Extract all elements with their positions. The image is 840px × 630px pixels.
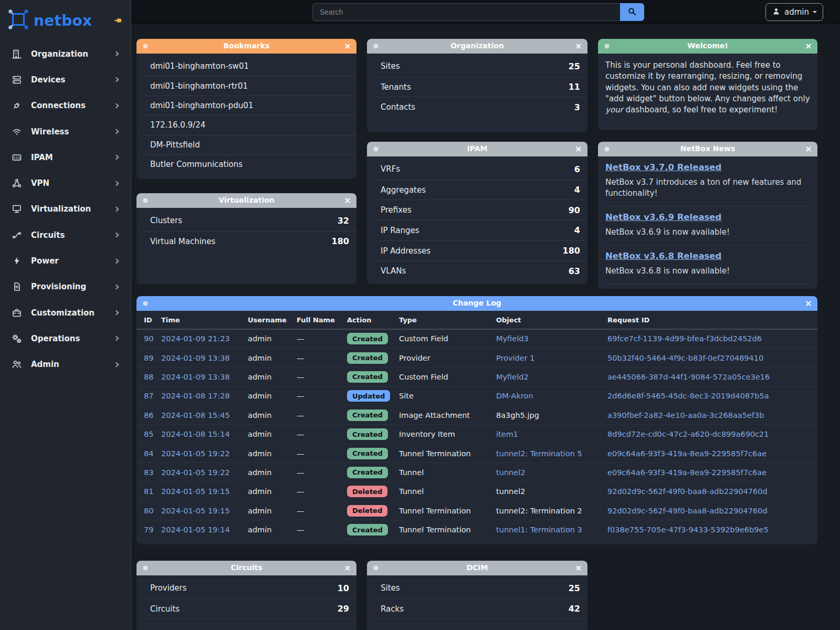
stat-row[interactable]: Tenants11 <box>373 77 587 97</box>
changelog-id-link[interactable]: 80 <box>144 507 153 515</box>
changelog-id-link[interactable]: 84 <box>144 449 153 458</box>
changelog-time-link[interactable]: 2024-01-05 19:14 <box>161 526 230 534</box>
changelog-id-link[interactable]: 79 <box>144 526 153 534</box>
widget-close-icon[interactable] <box>344 197 351 204</box>
changelog-id-link[interactable]: 89 <box>144 354 153 362</box>
changelog-time-link[interactable]: 2024-01-05 19:22 <box>161 468 230 477</box>
changelog-request-id-link[interactable]: a390fbef-2a82-4e10-aa0a-3c268aa5ef3b <box>607 411 764 419</box>
sidebar-item-ipam[interactable]: 123IPAM <box>0 144 131 170</box>
changelog-request-id-link[interactable]: f038e755-705e-47f3-9433-5392b9e6b9e5 <box>607 526 769 534</box>
changelog-object-link[interactable]: item1 <box>496 430 518 438</box>
changelog-object-link[interactable]: Myfield2 <box>496 373 529 381</box>
changelog-time-link[interactable]: 2024-01-08 15:14 <box>161 430 230 438</box>
changelog-object-link[interactable]: tunnel2: Termination 5 <box>496 449 582 458</box>
widget-config-icon[interactable] <box>142 197 149 204</box>
news-headline-link[interactable]: NetBox v3.6.8 Released <box>605 251 721 261</box>
sidebar-item-organization[interactable]: Organization <box>0 41 131 67</box>
changelog-object-link[interactable]: Provider 1 <box>496 354 535 362</box>
widget-config-icon[interactable] <box>142 564 149 572</box>
stat-row[interactable]: Racks42 <box>373 598 587 619</box>
bookmark-item[interactable]: 172.16.0.9/24 <box>143 115 356 134</box>
changelog-request-id-link[interactable]: 69fce7cf-1139-4d99-bfea-f3dcbd2452d6 <box>607 334 762 343</box>
widget-close-icon[interactable] <box>805 145 812 153</box>
sidebar-item-admin[interactable]: Admin <box>0 352 131 377</box>
changelog-object-link[interactable]: tunnel1: Termination 3 <box>496 526 582 534</box>
user-menu-button[interactable]: admin <box>765 3 823 21</box>
bookmark-item[interactable]: Butler Communications <box>143 154 356 174</box>
widget-close-icon[interactable] <box>344 564 351 572</box>
stat-row[interactable]: Contacts3 <box>373 97 587 117</box>
changelog-time-link[interactable]: 2024-01-09 13:38 <box>161 373 230 381</box>
changelog-id-link[interactable]: 85 <box>144 430 153 438</box>
sidebar-item-virtualization[interactable]: Virtualization <box>0 196 131 222</box>
stat-row[interactable]: Virtual Machines180 <box>143 231 356 251</box>
changelog-time-link[interactable]: 2024-01-09 13:38 <box>161 354 230 362</box>
changelog-time-link[interactable]: 2024-01-09 21:23 <box>161 334 230 343</box>
changelog-request-id-link[interactable]: 92d02d9c-562f-49f0-baa8-adb22904760d <box>607 507 768 515</box>
widget-close-icon[interactable] <box>344 43 351 50</box>
bookmark-item[interactable]: dmi01-binghamton-pdu01 <box>143 96 356 115</box>
changelog-id-link[interactable]: 81 <box>144 487 153 496</box>
stat-row[interactable]: VRFs6 <box>373 159 587 180</box>
stat-row[interactable]: VLANs63 <box>373 260 587 281</box>
search-input[interactable] <box>312 3 620 21</box>
widget-close-icon[interactable] <box>805 43 812 50</box>
sidebar-item-customization[interactable]: Customization <box>0 300 131 326</box>
search-button[interactable] <box>620 3 644 21</box>
widget-config-icon[interactable] <box>372 145 380 153</box>
sidebar-item-power[interactable]: Power <box>0 248 131 274</box>
changelog-request-id-link[interactable]: 92d02d9c-562f-49f0-baa8-adb22904760d <box>607 487 768 496</box>
changelog-object-link[interactable]: tunnel2 <box>496 468 525 477</box>
widget-config-icon[interactable] <box>372 564 380 572</box>
changelog-time-link[interactable]: 2024-01-08 15:45 <box>161 411 230 419</box>
stat-row[interactable]: IP Ranges4 <box>373 220 587 240</box>
changelog-request-id-link[interactable]: 2d6d6e8f-5465-45dc-8ec3-2019d4087b5a <box>607 392 769 400</box>
changelog-time-link[interactable]: 2024-01-05 19:15 <box>161 507 230 515</box>
changelog-id-link[interactable]: 88 <box>144 373 153 381</box>
widget-config-icon[interactable] <box>603 43 611 50</box>
widget-config-icon[interactable] <box>142 43 149 50</box>
changelog-time-link[interactable]: 2024-01-05 19:15 <box>161 487 230 496</box>
changelog-id-link[interactable]: 86 <box>144 411 153 419</box>
widget-close-icon[interactable] <box>575 43 582 50</box>
changelog-id-link[interactable]: 90 <box>144 334 153 343</box>
changelog-time-link[interactable]: 2024-01-08 17:28 <box>161 392 230 400</box>
sidebar-item-operations[interactable]: Operations <box>0 326 131 351</box>
changelog-request-id-link[interactable]: e09c64a6-93f3-419a-8ea9-229585f7c6ae <box>607 468 766 477</box>
changelog-request-id-link[interactable]: ae445066-387d-44f1-9084-572a05ce3e16 <box>607 373 770 381</box>
widget-close-icon[interactable] <box>575 564 582 572</box>
stat-row[interactable]: Sites25 <box>373 56 587 77</box>
stat-row[interactable]: IP Addresses180 <box>373 240 587 261</box>
changelog-request-id-link[interactable]: e09c64a6-93f3-419a-8ea9-229585f7c6ae <box>607 449 766 458</box>
changelog-request-id-link[interactable]: 50b32f40-5464-4f9c-b83f-0ef270489410 <box>607 354 763 362</box>
news-headline-link[interactable]: NetBox v3.6.9 Released <box>605 212 721 222</box>
widget-close-icon[interactable] <box>805 300 812 307</box>
bookmark-item[interactable]: DM-Pittsfield <box>143 135 356 154</box>
netbox-logo[interactable]: netbox <box>0 0 131 41</box>
stat-row[interactable]: Circuits29 <box>143 598 356 619</box>
stat-row[interactable]: Sites25 <box>373 578 587 598</box>
sidebar-pin-icon[interactable] <box>113 15 123 28</box>
changelog-id-link[interactable]: 83 <box>144 468 153 477</box>
sidebar-item-circuits[interactable]: Circuits <box>0 222 131 248</box>
widget-config-icon[interactable] <box>372 43 380 50</box>
sidebar-item-provisioning[interactable]: Provisioning <box>0 274 131 300</box>
stat-row[interactable]: Clusters32 <box>143 211 356 231</box>
stat-row[interactable]: Prefixes90 <box>373 200 587 220</box>
changelog-request-id-link[interactable]: 8d9cd72e-cd0c-47c2-a620-dc899a690c21 <box>607 430 769 438</box>
widget-config-icon[interactable] <box>142 300 149 307</box>
widget-config-icon[interactable] <box>603 145 611 153</box>
stat-row[interactable]: Providers10 <box>143 578 356 598</box>
sidebar-item-wireless[interactable]: Wireless <box>0 119 131 144</box>
changelog-object-link[interactable]: DM-Akron <box>496 392 533 400</box>
changelog-id-link[interactable]: 87 <box>144 392 153 400</box>
changelog-object-link[interactable]: Myfield3 <box>496 334 529 343</box>
changelog-time-link[interactable]: 2024-01-05 19:22 <box>161 449 230 458</box>
news-headline-link[interactable]: NetBox v3.7.0 Released <box>605 162 721 172</box>
sidebar-item-connections[interactable]: Connections <box>0 93 131 119</box>
stat-row[interactable]: Aggregates4 <box>373 180 587 200</box>
sidebar-item-devices[interactable]: Devices <box>0 67 131 92</box>
sidebar-item-vpn[interactable]: VPN <box>0 170 131 196</box>
bookmark-item[interactable]: dmi01-binghamton-rtr01 <box>143 76 356 95</box>
bookmark-item[interactable]: dmi01-binghamton-sw01 <box>143 56 356 76</box>
